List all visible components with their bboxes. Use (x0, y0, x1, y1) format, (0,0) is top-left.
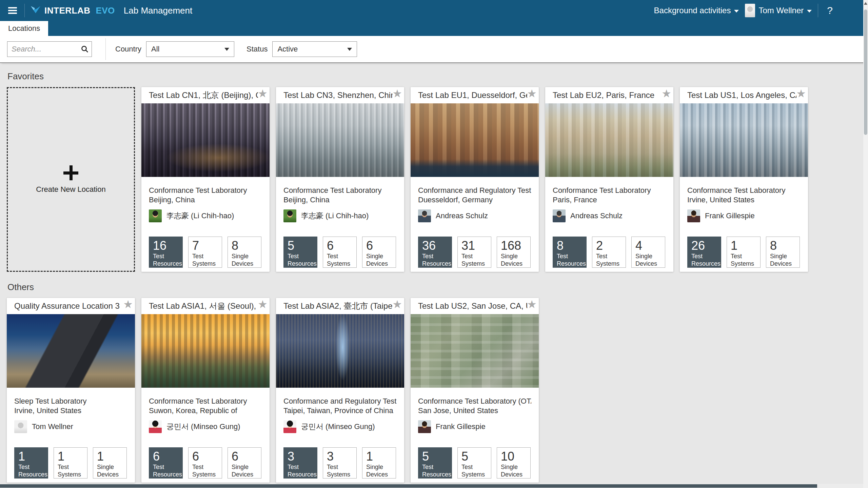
favorite-star-icon[interactable] (392, 299, 402, 310)
stat-box[interactable]: 1 Test Resources (14, 447, 48, 479)
create-new-location-card[interactable]: Create New Location (7, 87, 135, 272)
card-title-row: Test Lab EU2, Paris, France (545, 87, 673, 103)
stat-box[interactable]: 3 Test Resources (283, 447, 317, 479)
manager-avatar (687, 209, 700, 222)
location-card[interactable]: Test Lab CN3, Shenzhen, China Conformanc… (276, 87, 404, 272)
location-card[interactable]: Test Lab US1, Los Angeles, CA, U... Conf… (680, 87, 808, 272)
favorite-star-icon[interactable] (123, 299, 133, 310)
stat-label-line2: Systems (731, 260, 759, 267)
location-photo (7, 314, 135, 388)
location-photo (141, 314, 270, 388)
stat-label-line2: Systems (461, 471, 490, 478)
stat-label: Single Devices (97, 463, 125, 478)
stat-box[interactable]: 2 Test Systems (592, 237, 626, 268)
stat-label-line2: Resources (18, 471, 46, 478)
location-title: Test Lab US1, Los Angeles, CA, U... (687, 90, 796, 100)
stat-box[interactable]: 1 Test Systems (727, 237, 761, 268)
stat-box[interactable]: 5 Test Resources (283, 237, 317, 268)
stats-row: 6 Test Resources 6 Test Systems 6 Single… (149, 447, 262, 479)
stat-box[interactable]: 6 Test Systems (188, 447, 222, 479)
stat-value: 8 (770, 239, 798, 252)
stat-box[interactable]: 7 Test Systems (188, 237, 222, 268)
stat-label-line2: Resources (422, 471, 450, 478)
favorite-star-icon[interactable] (392, 88, 402, 99)
stat-value: 168 (501, 239, 529, 252)
stat-value: 36 (422, 239, 450, 252)
card-body: Conformance and Regulatory Test L... Due… (411, 177, 539, 268)
card-body: Conformance Test Laboratory (OTA, ... Sa… (411, 388, 539, 479)
manager-row: Andreas Schulz (418, 209, 531, 222)
lab-location: Paris, France (553, 195, 666, 205)
manager-name: 李志豪 (Li Chih-hao) (301, 211, 369, 221)
favorite-star-icon[interactable] (796, 88, 806, 99)
location-card[interactable]: Test Lab EU2, Paris, France Conformance … (545, 87, 673, 272)
manager-avatar (149, 420, 162, 433)
stat-box[interactable]: 168 Single Devices (497, 237, 531, 268)
favorite-star-icon[interactable] (662, 88, 671, 99)
stat-value: 10 (501, 450, 529, 463)
stat-label-line1: Test (596, 252, 624, 260)
stat-value: 5 (288, 239, 316, 252)
location-card[interactable]: Test Lab ASIA2, 臺北市 (Taipei Cit... Confo… (276, 298, 404, 483)
location-card[interactable]: Test Lab CN1, 北京 (Beijing), China Confor… (141, 87, 270, 272)
vertical-scrollbar[interactable] (863, 0, 868, 488)
stat-box[interactable]: 8 Single Devices (766, 237, 800, 268)
card-body: Conformance Test Laboratory Paris, Franc… (545, 177, 673, 268)
stat-box[interactable]: 1 Single Devices (362, 447, 396, 479)
header-divider (24, 4, 25, 17)
stat-label-line2: Systems (596, 260, 624, 267)
module-title: Lab Management (124, 5, 192, 16)
status-select[interactable]: Active (272, 41, 357, 57)
help-button[interactable]: ? (824, 5, 835, 16)
hamburger-menu-icon[interactable] (8, 7, 17, 14)
stat-box[interactable]: 6 Single Devices (228, 447, 261, 479)
stat-box[interactable]: 8 Single Devices (228, 237, 261, 268)
card-title-row: Test Lab CN1, 北京 (Beijing), China (141, 87, 270, 103)
stat-box[interactable]: 16 Test Resources (149, 237, 183, 268)
favorite-star-icon[interactable] (527, 299, 537, 310)
stat-value: 2 (596, 239, 624, 252)
manager-row: Frank Gillespie (687, 209, 801, 222)
stat-label: Single Devices (501, 463, 529, 478)
stats-row: 8 Test Resources 2 Test Systems 4 Single… (553, 237, 666, 268)
search-icon[interactable] (78, 45, 92, 53)
scroll-up-arrow-icon[interactable] (864, 2, 867, 5)
stat-box[interactable]: 5 Test Systems (457, 447, 491, 479)
favorite-star-icon[interactable] (258, 299, 268, 310)
favorite-star-icon[interactable] (527, 88, 537, 99)
stat-box[interactable]: 3 Test Systems (323, 447, 357, 479)
stat-box[interactable]: 1 Test Systems (54, 447, 87, 479)
location-card[interactable]: Test Lab ASIA1, 서울 (Seoul), Sou... Confo… (141, 298, 270, 483)
stat-label-line2: Devices (501, 471, 529, 478)
search-input[interactable] (7, 45, 78, 54)
stat-box[interactable]: 4 Single Devices (631, 237, 665, 268)
card-title-row: Test Lab US1, Los Angeles, CA, U... (680, 87, 808, 103)
stat-box[interactable]: 6 Single Devices (362, 237, 396, 268)
tab-locations[interactable]: Locations (0, 21, 48, 36)
stat-label: Test Resources (288, 252, 316, 267)
location-card[interactable]: Test Lab US2, San Jose, CA, USA Conforma… (411, 298, 539, 483)
stat-box[interactable]: 8 Test Resources (553, 237, 587, 268)
stat-box[interactable]: 10 Single Devices (497, 447, 531, 479)
filter-divider (105, 38, 106, 60)
stat-box[interactable]: 26 Test Resources (687, 237, 721, 268)
stat-box[interactable]: 36 Test Resources (418, 237, 452, 268)
stat-value: 1 (18, 450, 46, 463)
location-card[interactable]: Test Lab EU1, Duesseldorf, Germ... Confo… (411, 87, 539, 272)
stat-box[interactable]: 1 Single Devices (93, 447, 127, 479)
stat-box[interactable]: 6 Test Resources (149, 447, 183, 479)
stat-label: Test Systems (461, 463, 490, 478)
favorite-star-icon[interactable] (258, 88, 268, 99)
location-card[interactable]: Quality Assurance Location 3 Sleep Test … (7, 298, 135, 483)
stat-box[interactable]: 31 Test Systems (457, 237, 491, 268)
country-select[interactable]: All (146, 41, 234, 57)
user-menu[interactable]: Tom Wellner (745, 4, 812, 17)
stat-label-line1: Test (58, 463, 86, 471)
stat-box[interactable]: 6 Test Systems (323, 237, 357, 268)
stat-label-line2: Systems (192, 471, 220, 478)
stat-box[interactable]: 5 Test Resources (418, 447, 452, 479)
background-activities-menu[interactable]: Background activities (654, 6, 739, 15)
horizontal-scrollbar[interactable] (0, 484, 863, 488)
vertical-scrollbar-thumb[interactable] (864, 9, 867, 135)
horizontal-scrollbar-thumb[interactable] (0, 484, 817, 488)
